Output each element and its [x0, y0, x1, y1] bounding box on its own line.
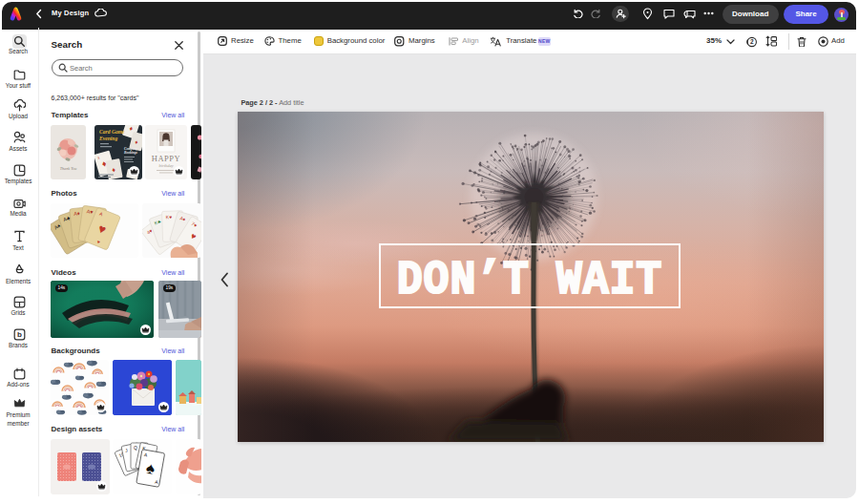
svg-text:HAPPY: HAPPY: [152, 154, 180, 163]
svg-text:A♥: A♥: [86, 209, 94, 216]
svg-text:A♦: A♦: [73, 211, 80, 218]
svg-text:Bookings: Bookings: [123, 151, 138, 155]
svg-text:2: 2: [750, 38, 754, 45]
svg-text:K♥: K♥: [166, 214, 173, 220]
svg-text:Q: Q: [134, 445, 137, 451]
svg-text:birthday: birthday: [159, 163, 174, 168]
svg-text:Card Game: Card Game: [99, 129, 125, 135]
svg-text:Evening: Evening: [98, 136, 117, 141]
svg-text:b: b: [17, 330, 22, 339]
svg-text:Thank You: Thank You: [60, 166, 77, 171]
